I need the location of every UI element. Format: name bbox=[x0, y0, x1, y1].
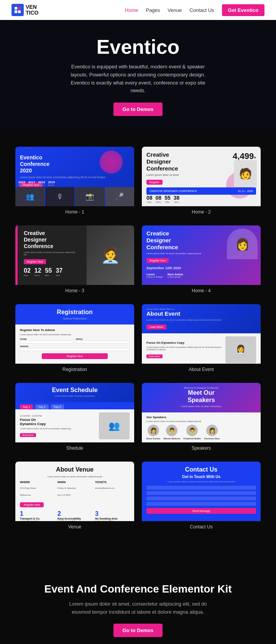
contact-field-1[interactable] bbox=[146, 486, 256, 490]
home3-sub: Lorem ipsum dolor sit amet consectetur a… bbox=[24, 251, 77, 256]
demo-thumb-home2: CreativeDesignerConference Lorem ipsum d… bbox=[142, 147, 261, 206]
bottom-title: Event And Conference Elementor Kit bbox=[31, 583, 245, 596]
about-sub: Lorem ipsum dolor sit amet consectetur a… bbox=[146, 319, 256, 321]
home3-btn[interactable]: Register Now bbox=[24, 259, 46, 264]
email-field[interactable] bbox=[76, 341, 130, 344]
demo-card-speakers[interactable]: Welcome To Designer Conference Meet OurS… bbox=[142, 383, 261, 454]
demo-card-home4[interactable]: CreaticeDesignerConference Lorem ipsum d… bbox=[142, 225, 261, 296]
demo-card-schedule[interactable]: Event Schedule Lorem ipsum dolor sit ame… bbox=[15, 383, 134, 454]
sched-top: Event Schedule Lorem ipsum dolor sit ame… bbox=[15, 383, 134, 402]
speaker-avatar-1: 👩 bbox=[148, 425, 159, 436]
reg-title: Registration bbox=[20, 309, 130, 316]
demo-thumb-speakers: Welcome To Designer Conference Meet OurS… bbox=[142, 383, 261, 442]
contact-sub: Lorem ipsum dolor sit amet consectetur a… bbox=[146, 480, 256, 483]
about-bottom: Focus On Dynamics Copy Lorem ipsum dolor… bbox=[142, 333, 261, 364]
demo-card-home3[interactable]: CreativeDesignerConference Lorem ipsum d… bbox=[15, 225, 134, 296]
about-label: About Event bbox=[142, 364, 261, 375]
contact-field-3[interactable] bbox=[146, 497, 256, 500]
demo-card-home1[interactable]: EventicoConference2020 Lorem ipsum dolor… bbox=[15, 147, 134, 218]
bottom-cta-button[interactable]: Go to Demos bbox=[113, 624, 163, 637]
tab-day2[interactable]: Day 2 bbox=[35, 404, 48, 409]
venue-features: 1 Transport & Co. Lorem ipsum dolor 2 Ea… bbox=[20, 510, 130, 521]
reg-submit-btn[interactable]: Register Now bbox=[42, 353, 108, 359]
home2-person: 🧑 bbox=[234, 160, 257, 187]
reg-form-desc: Lorem ipsum dolor sit amet consectetur a… bbox=[20, 333, 130, 336]
sched-sub: Lorem ipsum dolor sit amet consectetur bbox=[20, 395, 130, 397]
home2-text: CreativeDesignerConference Lorem ipsum d… bbox=[146, 151, 200, 185]
svg-rect-3 bbox=[18, 10, 21, 13]
home2-title: CreativeDesignerConference bbox=[146, 151, 200, 172]
speaker-name-1: Erica Gomez bbox=[146, 437, 160, 440]
about-image: 👩‍💼 bbox=[225, 336, 256, 363]
nav-pages[interactable]: Pages bbox=[146, 7, 160, 13]
demo-thumb-registration: Registration Optimal Registration Regist… bbox=[15, 304, 134, 364]
demo-card-registration[interactable]: Registration Optimal Registration Regist… bbox=[15, 304, 134, 375]
hero-cta-button[interactable]: Go to Demos bbox=[113, 103, 163, 116]
sched-image: 👥 bbox=[99, 412, 130, 439]
demo-card-contact[interactable]: Contact Us Get in Touch With Us Lorem ip… bbox=[142, 462, 261, 533]
demo-card-about[interactable]: Home Demo Make With Us About Event Lorem… bbox=[142, 304, 261, 375]
svg-rect-2 bbox=[15, 10, 17, 13]
speaker-name-4: Carmena Starr bbox=[204, 437, 220, 440]
name-label: NAME bbox=[20, 338, 74, 340]
venue-when: WHEN Friday & SaturdayNov 14 2020 bbox=[58, 481, 92, 497]
registration-label: Registration bbox=[15, 364, 134, 375]
about-top: Home Demo Make With Us About Event Lorem… bbox=[142, 304, 261, 333]
speak-our-speakers: Our Speakers bbox=[146, 416, 256, 419]
bottom-section: Event And Conference Elementor Kit Lorem… bbox=[0, 563, 276, 644]
hero-description: Eventico is equipped with beautiful, mod… bbox=[65, 63, 211, 95]
reg-sub: Optimal Registration bbox=[20, 317, 130, 320]
sched-readmore-btn[interactable]: Read More bbox=[20, 433, 36, 437]
logo[interactable]: VEN TICO bbox=[12, 4, 38, 16]
about-title: About Event bbox=[146, 310, 256, 317]
home3-image: 🧑‍💼 bbox=[87, 225, 134, 285]
nav-contact[interactable]: Contact Us bbox=[189, 7, 214, 13]
demo-card-venue[interactable]: About Venue Lorem ipsum dolor sit amet c… bbox=[15, 462, 134, 533]
home2-label: Home - 2 bbox=[142, 206, 261, 218]
get-eventico-button[interactable]: Get Eventico bbox=[222, 4, 264, 16]
speaker-avatar-3: 👨 bbox=[186, 425, 198, 436]
nav-home[interactable]: Home bbox=[125, 7, 138, 13]
home1-sub: Lorem ipsum dolor sit amet consectetur a… bbox=[20, 175, 130, 179]
name-field[interactable] bbox=[20, 341, 74, 344]
home3-bar bbox=[15, 225, 18, 285]
nav-venue[interactable]: Venue bbox=[168, 7, 182, 13]
schedule-label: Shedule bbox=[15, 442, 134, 454]
speaker-avatar-4: 👩 bbox=[206, 425, 218, 436]
contact-field-4[interactable] bbox=[146, 502, 256, 506]
contact-field-2[interactable] bbox=[146, 491, 256, 495]
home2-btn[interactable]: Register bbox=[146, 180, 163, 185]
tab-day1[interactable]: Day 1 bbox=[20, 404, 33, 409]
venue-feat-2: 2 Easy Accessibility Lorem ipsum dolor bbox=[58, 510, 92, 521]
reg-form-grid: NAME EMAIL bbox=[20, 338, 130, 344]
venue-register-btn[interactable]: Register Now bbox=[20, 502, 44, 507]
where-field[interactable] bbox=[20, 348, 130, 351]
about-readmore-btn[interactable]: Read More bbox=[146, 354, 163, 358]
venue-label: Venue bbox=[15, 521, 134, 533]
speaker-3: 👨 Frederick Butler bbox=[183, 425, 201, 440]
venue-where: WHERE 123 Drag StreetMelbourne bbox=[20, 481, 54, 497]
where-row: WHERE bbox=[20, 345, 130, 351]
speaker-2: 👨 Steven Beltroni bbox=[163, 425, 180, 440]
speak-top: Welcome To Designer Conference Meet OurS… bbox=[142, 383, 261, 412]
sched-focus-text: 12:00 PM - 12:30 PM Focus OnDynamics Cop… bbox=[20, 415, 96, 437]
home3-label: Home - 3 bbox=[15, 285, 134, 296]
about-btn[interactable]: Learn More bbox=[146, 324, 166, 329]
demo-thumb-home1: EventicoConference2020 Lorem ipsum dolor… bbox=[15, 147, 134, 206]
speaker-avatar-2: 👨 bbox=[166, 425, 177, 436]
home1-label: Home - 1 bbox=[15, 206, 134, 218]
demo-thumb-schedule: Event Schedule Lorem ipsum dolor sit ame… bbox=[15, 383, 134, 442]
home3-title: CreativeDesignerConference bbox=[24, 230, 77, 249]
demo-thumb-home3: CreativeDesignerConference Lorem ipsum d… bbox=[15, 225, 134, 285]
email-label: EMAIL bbox=[76, 338, 130, 340]
home4-btn[interactable]: Register Now bbox=[146, 258, 169, 263]
demo-card-home2[interactable]: CreativeDesignerConference Lorem ipsum d… bbox=[142, 147, 261, 218]
home4-person: 👩 bbox=[227, 228, 258, 259]
speaker-name-2: Steven Beltroni bbox=[163, 437, 180, 440]
contact-send-btn[interactable]: Send Message bbox=[146, 508, 256, 514]
decorative-bubble bbox=[100, 151, 123, 174]
tab-day3[interactable]: Day 3 bbox=[51, 404, 64, 409]
reg-form-title: Register Here To Attend bbox=[20, 328, 130, 332]
home2-sub: Lorem ipsum dolor sit amet bbox=[146, 174, 200, 176]
venue-info-row: WHERE 123 Drag StreetMelbourne WHEN Frid… bbox=[20, 481, 130, 497]
